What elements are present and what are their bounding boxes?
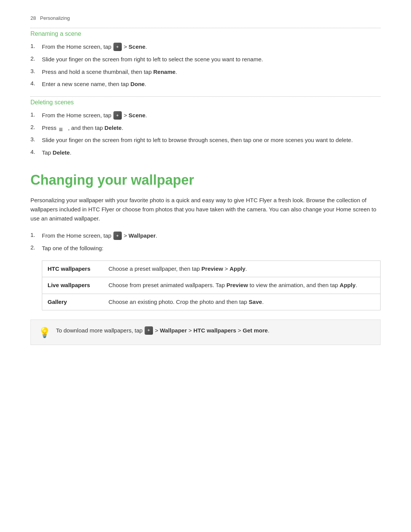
step-content: Slide your finger on the screen from rig… [42,55,381,64]
list-item: 1. From the Home screen, tap > Scene. [30,111,381,120]
table-row: Live wallpapers Choose from preset anima… [42,277,380,294]
list-item: 1. From the Home screen, tap > Wallpaper… [30,232,381,240]
step-number: 2. [30,55,40,62]
menu-icon [59,126,66,131]
table-row: HTC wallpapers Choose a preset wallpaper… [42,261,380,277]
table-description: Choose from preset animated wallpapers. … [103,277,380,294]
wallpaper-table: HTC wallpapers Choose a preset wallpaper… [42,260,381,311]
step-content: Press and hold a scene thumbnail, then t… [42,68,381,77]
step-content: Slide your finger on the screen from rig… [42,136,381,145]
app-icon [113,232,122,240]
table-label: Live wallpapers [42,277,103,294]
tip-text: To download more wallpapers, tap > Wallp… [56,326,269,335]
step-number: 1. [30,43,40,49]
list-item: 2. Press , and then tap Delete. [30,124,381,133]
list-item: 4. Tap Delete. [30,149,381,157]
step-number: 3. [30,68,40,74]
step-content: Enter a new scene name, then tap Done. [42,80,381,89]
intro-paragraph: Personalizing your wallpaper with your f… [30,196,381,223]
step-number: 1. [30,111,40,118]
app-icon [145,326,153,335]
step-content: From the Home screen, tap > Scene. [42,111,381,120]
list-item: 2. Slide your finger on the screen from … [30,55,381,64]
step-number: 3. [30,136,40,142]
list-item: 3. Press and hold a scene thumbnail, the… [30,68,381,77]
deleting-scenes-section: Deleting scenes [30,96,381,106]
step-content: Press , and then tap Delete. [42,124,381,133]
deleting-scenes-steps: 1. From the Home screen, tap > Scene. 2.… [30,111,381,157]
list-item: 2. Tap one of the following: [30,244,381,253]
tip-icon: 💡 [38,327,51,339]
step-content: Tap Delete. [42,149,381,157]
renaming-scene-title: Renaming a scene [30,30,381,37]
step-number: 2. [30,244,40,251]
table-label: Gallery [42,294,103,310]
step-number: 1. [30,232,40,238]
step-number: 4. [30,80,40,86]
app-icon [113,43,122,51]
app-icon [113,111,122,120]
table-label: HTC wallpapers [42,261,103,277]
page-number: 28 Personalizing [30,15,381,21]
list-item: 1. From the Home screen, tap > Scene. [30,43,381,51]
table-description: Choose a preset wallpaper, then tap Prev… [103,261,380,277]
renaming-scene-steps: 1. From the Home screen, tap > Scene. 2.… [30,43,381,89]
table-description: Choose an existing photo. Crop the photo… [103,294,380,310]
table-row: Gallery Choose an existing photo. Crop t… [42,294,380,310]
main-section-title: Changing your wallpaper [30,172,381,188]
step-content: From the Home screen, tap > Wallpaper. [42,232,381,240]
renaming-scene-section: Renaming a scene [30,28,381,37]
step-number: 4. [30,149,40,155]
step-content: From the Home screen, tap > Scene. [42,43,381,51]
tip-box: 💡 To download more wallpapers, tap > Wal… [30,320,381,345]
list-item: 3. Slide your finger on the screen from … [30,136,381,145]
wallpaper-steps: 1. From the Home screen, tap > Wallpaper… [30,232,381,253]
deleting-scenes-title: Deleting scenes [30,99,381,106]
step-content: Tap one of the following: [42,244,381,253]
list-item: 4. Enter a new scene name, then tap Done… [30,80,381,89]
step-number: 2. [30,124,40,130]
